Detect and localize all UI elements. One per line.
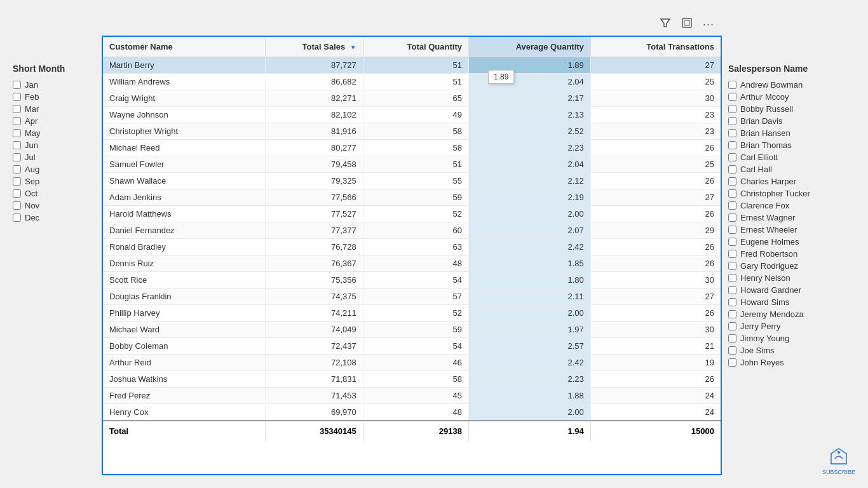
month-checkbox-sep[interactable] bbox=[13, 177, 21, 186]
salesperson-item-9[interactable]: Christopher Tucker bbox=[728, 187, 855, 200]
month-checkbox-apr[interactable] bbox=[13, 117, 21, 125]
table-row[interactable]: Arthur Reid 72,108 46 2.42 19 bbox=[103, 355, 721, 371]
salesperson-checkbox-3[interactable] bbox=[728, 117, 736, 125]
month-checkbox-mar[interactable] bbox=[13, 105, 21, 113]
more-options-icon[interactable]: ··· bbox=[700, 17, 717, 32]
table-row[interactable]: Fred Perez 71,453 45 1.88 24 bbox=[103, 388, 721, 404]
salesperson-item-22[interactable]: Joe Sims bbox=[728, 344, 855, 356]
salesperson-checkbox-11[interactable] bbox=[728, 214, 736, 222]
table-row[interactable]: Michael Reed 80,277 58 2.23 26 bbox=[103, 140, 721, 156]
salesperson-checkbox-22[interactable] bbox=[728, 346, 736, 355]
month-item-feb[interactable]: Feb bbox=[13, 91, 95, 103]
table-row[interactable]: Phillip Harvey 74,211 52 2.00 26 bbox=[103, 305, 721, 322]
month-item-dec[interactable]: Dec bbox=[13, 212, 95, 224]
salesperson-item-0[interactable]: Andrew Bowman bbox=[728, 79, 855, 91]
table-row[interactable]: Samuel Fowler 79,458 51 2.04 25 bbox=[103, 156, 721, 173]
salesperson-item-14[interactable]: Fred Robertson bbox=[728, 248, 855, 260]
col-header-average-quantity[interactable]: Average Quantity bbox=[469, 37, 591, 57]
table-row[interactable]: Wayne Johnson 82,102 49 2.13 23 bbox=[103, 107, 721, 123]
salesperson-item-17[interactable]: Howard Gardner bbox=[728, 284, 855, 296]
salesperson-checkbox-18[interactable] bbox=[728, 298, 736, 306]
salesperson-item-8[interactable]: Charles Harper bbox=[728, 175, 855, 187]
table-row[interactable]: Scott Rice 75,356 54 1.80 30 bbox=[103, 272, 721, 288]
table-row[interactable]: Bobby Coleman 72,437 54 2.57 21 bbox=[103, 338, 721, 355]
month-item-sep[interactable]: Sep bbox=[13, 175, 95, 187]
col-header-customer-name[interactable]: Customer Name bbox=[103, 37, 266, 57]
col-header-total-sales[interactable]: Total Sales ▼ bbox=[266, 37, 363, 57]
month-item-jun[interactable]: Jun bbox=[13, 139, 95, 151]
table-row[interactable]: Craig Wright 82,271 65 2.17 30 bbox=[103, 90, 721, 107]
salesperson-item-4[interactable]: Brian Hansen bbox=[728, 127, 855, 139]
month-item-mar[interactable]: Mar bbox=[13, 103, 95, 115]
month-item-jan[interactable]: Jan bbox=[13, 79, 95, 91]
month-checkbox-aug[interactable] bbox=[13, 165, 21, 173]
salesperson-item-15[interactable]: Gary Rodriguez bbox=[728, 260, 855, 272]
salesperson-checkbox-6[interactable] bbox=[728, 153, 736, 161]
salesperson-item-5[interactable]: Brian Thomas bbox=[728, 139, 855, 151]
month-item-aug[interactable]: Aug bbox=[13, 163, 95, 175]
salesperson-item-3[interactable]: Brian Davis bbox=[728, 115, 855, 127]
salesperson-checkbox-9[interactable] bbox=[728, 189, 736, 198]
salesperson-checkbox-19[interactable] bbox=[728, 310, 736, 318]
month-checkbox-may[interactable] bbox=[13, 129, 21, 137]
salesperson-checkbox-20[interactable] bbox=[728, 322, 736, 330]
salesperson-item-7[interactable]: Carl Hall bbox=[728, 163, 855, 175]
table-row[interactable]: Michael Ward 74,049 59 1.97 30 bbox=[103, 322, 721, 338]
table-row[interactable]: Harold Matthews 77,527 52 2.00 26 bbox=[103, 206, 721, 222]
table-row[interactable]: Joshua Watkins 71,831 58 2.23 26 bbox=[103, 371, 721, 388]
month-checkbox-jul[interactable] bbox=[13, 153, 21, 161]
month-item-jul[interactable]: Jul bbox=[13, 151, 95, 163]
month-checkbox-jan[interactable] bbox=[13, 81, 21, 89]
month-checkbox-feb[interactable] bbox=[13, 93, 21, 101]
table-row[interactable]: Martin Berry 87,727 51 1.89 1.89 27 bbox=[103, 57, 721, 74]
table-row[interactable]: Christopher Wright 81,916 58 2.52 23 bbox=[103, 123, 721, 140]
salesperson-item-11[interactable]: Ernest Wagner bbox=[728, 212, 855, 224]
month-item-oct[interactable]: Oct bbox=[13, 187, 95, 200]
salesperson-checkbox-15[interactable] bbox=[728, 262, 736, 270]
col-header-total-transations[interactable]: Total Transations bbox=[590, 37, 721, 57]
month-item-may[interactable]: May bbox=[13, 127, 95, 139]
salesperson-checkbox-4[interactable] bbox=[728, 129, 736, 137]
month-checkbox-oct[interactable] bbox=[13, 189, 21, 198]
salesperson-checkbox-8[interactable] bbox=[728, 177, 736, 186]
salesperson-item-19[interactable]: Jeremy Mendoza bbox=[728, 308, 855, 320]
table-row[interactable]: Daniel Fernandez 77,377 60 2.07 29 bbox=[103, 222, 721, 239]
salesperson-checkbox-23[interactable] bbox=[728, 358, 736, 367]
salesperson-checkbox-16[interactable] bbox=[728, 274, 736, 282]
table-row[interactable]: Shawn Wallace 79,325 55 2.12 26 bbox=[103, 173, 721, 189]
filter-icon[interactable] bbox=[657, 16, 674, 32]
salesperson-item-13[interactable]: Eugene Holmes bbox=[728, 236, 855, 248]
salesperson-item-18[interactable]: Howard Sims bbox=[728, 296, 855, 308]
salesperson-item-1[interactable]: Arthur Mccoy bbox=[728, 91, 855, 103]
salesperson-checkbox-21[interactable] bbox=[728, 334, 736, 342]
table-row[interactable]: Dennis Ruiz 76,367 48 1.85 26 bbox=[103, 255, 721, 272]
col-header-total-quantity[interactable]: Total Quantity bbox=[363, 37, 468, 57]
salesperson-checkbox-17[interactable] bbox=[728, 286, 736, 294]
table-scroll-area[interactable]: Customer Name Total Sales ▼ Total Quanti… bbox=[103, 37, 721, 474]
month-checkbox-jun[interactable] bbox=[13, 141, 21, 149]
month-checkbox-nov[interactable] bbox=[13, 201, 21, 210]
salesperson-checkbox-14[interactable] bbox=[728, 250, 736, 258]
month-item-apr[interactable]: Apr bbox=[13, 115, 95, 127]
salesperson-item-23[interactable]: John Reyes bbox=[728, 356, 855, 369]
salesperson-checkbox-10[interactable] bbox=[728, 201, 736, 210]
focus-mode-icon[interactable] bbox=[679, 16, 695, 32]
salesperson-item-10[interactable]: Clarence Fox bbox=[728, 200, 855, 212]
table-row[interactable]: Douglas Franklin 74,375 57 2.11 27 bbox=[103, 288, 721, 305]
salesperson-item-6[interactable]: Carl Elliott bbox=[728, 151, 855, 163]
salesperson-checkbox-13[interactable] bbox=[728, 238, 736, 246]
salesperson-item-12[interactable]: Ernest Wheeler bbox=[728, 224, 855, 236]
salesperson-checkbox-5[interactable] bbox=[728, 141, 736, 149]
month-item-nov[interactable]: Nov bbox=[13, 200, 95, 212]
salesperson-item-16[interactable]: Henry Nelson bbox=[728, 272, 855, 284]
salesperson-checkbox-7[interactable] bbox=[728, 165, 736, 173]
salesperson-item-2[interactable]: Bobby Russell bbox=[728, 103, 855, 115]
month-checkbox-dec[interactable] bbox=[13, 214, 21, 222]
table-row[interactable]: William Andrews 86,682 51 2.04 25 bbox=[103, 74, 721, 90]
salesperson-checkbox-2[interactable] bbox=[728, 105, 736, 113]
table-row[interactable]: Henry Cox 69,970 48 2.00 24 bbox=[103, 404, 721, 421]
salesperson-checkbox-0[interactable] bbox=[728, 81, 736, 89]
salesperson-item-20[interactable]: Jerry Perry bbox=[728, 320, 855, 332]
table-row[interactable]: Adam Jenkins 77,566 59 2.19 27 bbox=[103, 189, 721, 206]
salesperson-checkbox-12[interactable] bbox=[728, 226, 736, 234]
